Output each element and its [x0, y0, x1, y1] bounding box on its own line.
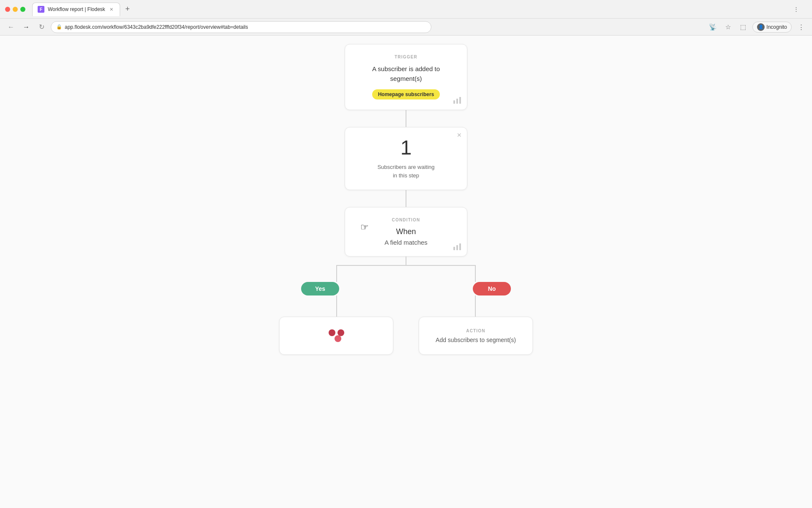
svg-rect-5: [459, 243, 461, 250]
waiting-card: ✕ 1 Subscribers are waiting in this step: [345, 127, 467, 190]
page-content: TRIGGER A subscriber is added to segment…: [0, 36, 812, 508]
profile-button[interactable]: 👤 Incognito: [752, 22, 792, 33]
close-waiting-button[interactable]: ✕: [457, 132, 462, 138]
cast-icon[interactable]: 📡: [707, 21, 719, 33]
traffic-lights: [5, 7, 25, 12]
svg-rect-4: [456, 245, 458, 250]
branch-left-line: [336, 265, 337, 282]
svg-rect-2: [459, 97, 461, 104]
connector-waiting-to-condition: [406, 190, 406, 207]
waiting-number: 1: [357, 138, 455, 158]
browser-toolbar: ← → ↻ 🔒 app.flodesk.com/workflow/6343c2b…: [0, 19, 812, 36]
dot-bottom: [335, 335, 341, 342]
back-button[interactable]: ←: [5, 21, 17, 33]
tab-favicon-icon: F: [38, 6, 44, 13]
profile-label: Incognito: [766, 24, 787, 30]
branch-buttons-row: Yes No: [258, 282, 554, 295]
minimize-window-button[interactable]: [13, 7, 18, 12]
segment-badge[interactable]: Homepage subscribers: [372, 89, 440, 99]
more-options-icon[interactable]: ⋮: [795, 21, 807, 33]
dot-bottom-row: [331, 335, 341, 342]
toolbar-actions: 📡 ☆ ⬚ 👤 Incognito ⋮: [707, 21, 807, 33]
url-text: app.flodesk.com/workflow/6343c2ba9dfe222…: [65, 24, 248, 30]
tab-bar: F Workflow report | Flodesk ✕ +: [32, 3, 787, 16]
profile-manager-icon[interactable]: ⬚: [737, 21, 749, 33]
condition-stats-icon[interactable]: [453, 243, 461, 252]
action-card: ACTION Add subscribers to segment(s): [419, 317, 533, 355]
branch-connector-area: [258, 257, 554, 282]
connector-trigger-to-waiting: [406, 110, 406, 127]
profile-avatar: 👤: [757, 23, 765, 31]
condition-card: CONDITION When A field matches: [345, 207, 467, 257]
right-bottom-connector: [475, 295, 476, 317]
new-tab-button[interactable]: +: [122, 3, 134, 15]
condition-field: A field matches: [357, 239, 455, 246]
trigger-card: TRIGGER A subscriber is added to segment…: [345, 44, 467, 110]
bookmark-icon[interactable]: ☆: [722, 21, 734, 33]
forward-button[interactable]: →: [20, 21, 32, 33]
svg-rect-0: [453, 100, 455, 104]
close-window-button[interactable]: [5, 7, 10, 12]
branch-horizontal-line: [336, 265, 476, 266]
svg-rect-1: [456, 99, 458, 104]
segment-dots-icon: [329, 329, 344, 342]
lock-icon: 🔒: [56, 24, 62, 30]
branch-top-line: [406, 257, 406, 265]
branch-right-line: [475, 265, 476, 282]
condition-when: When: [357, 227, 455, 236]
waiting-text: Subscribers are waiting in this step: [357, 163, 455, 179]
fullscreen-window-button[interactable]: [20, 7, 25, 12]
trigger-text: A subscriber is added to segment(s): [357, 64, 455, 83]
workflow-canvas: TRIGGER A subscriber is added to segment…: [0, 36, 812, 508]
action-card-inner: ACTION Add subscribers to segment(s): [436, 329, 516, 343]
left-bottom-connector: [336, 295, 337, 317]
tab-close-button[interactable]: ✕: [109, 6, 115, 12]
reload-button[interactable]: ↻: [36, 21, 47, 33]
address-bar[interactable]: 🔒 app.flodesk.com/workflow/6343c2ba9dfe2…: [51, 21, 431, 33]
no-branch-button[interactable]: No: [473, 282, 511, 295]
action-text: Add subscribers to segment(s): [436, 337, 516, 343]
active-tab[interactable]: F Workflow report | Flodesk ✕: [32, 3, 120, 16]
segment-card: [279, 317, 393, 355]
browser-frame: F Workflow report | Flodesk ✕ + ⋮ ← → ↻ …: [0, 0, 812, 508]
stats-icon[interactable]: [453, 97, 461, 105]
trigger-label: TRIGGER: [357, 55, 455, 59]
bottom-cards-row: ACTION Add subscribers to segment(s): [258, 317, 554, 355]
tab-title: Workflow report | Flodesk: [48, 6, 105, 12]
action-label: ACTION: [436, 329, 516, 333]
bottom-connectors: [258, 295, 554, 317]
condition-label: CONDITION: [357, 218, 455, 222]
browser-titlebar: F Workflow report | Flodesk ✕ + ⋮: [0, 0, 812, 19]
svg-rect-3: [453, 247, 455, 250]
yes-branch-button[interactable]: Yes: [301, 282, 339, 295]
extensions-icon[interactable]: ⋮: [790, 3, 802, 15]
